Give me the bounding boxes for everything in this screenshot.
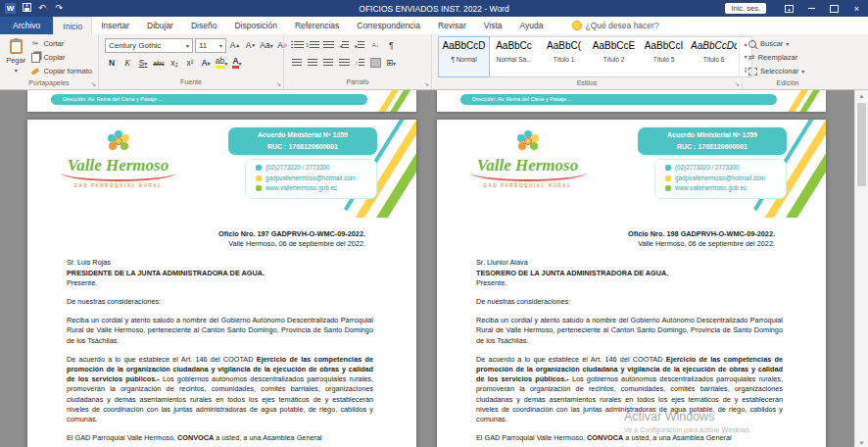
undo-icon[interactable]: ↶▾ [38,4,49,13]
show-marks-button[interactable]: ¶ [384,38,398,52]
tab-referencias[interactable]: Referencias [286,17,348,34]
align-center-button[interactable] [306,56,319,70]
tab-archivo[interactable]: Archivo [0,17,53,34]
paragraph-dialog-launcher-icon[interactable]: ↘ [423,80,429,88]
format-painter-button[interactable]: Copiar formato [30,65,92,77]
clipboard-dialog-launcher-icon[interactable]: ↘ [90,80,96,88]
align-left-button[interactable] [290,56,304,70]
superscript-button[interactable]: x² [183,56,197,70]
editing-group-label: Edición [743,77,833,89]
scissors-icon: ✂ [30,39,40,48]
tab-diseno[interactable]: Diseño [182,17,225,34]
quick-access-toolbar: W ↶▾ ↷ [0,3,63,14]
decrease-indent-button[interactable]: ◂ [337,38,351,52]
increase-indent-button[interactable]: ▸ [353,38,366,52]
tab-disposicion[interactable]: Disposición [225,17,285,34]
paste-button[interactable]: Pegar ▾ [6,37,25,77]
bold-button[interactable]: N [105,56,119,70]
recipient-name: Sr. Llunior Alava [476,258,783,268]
ministerial-box: Acuerdo Ministerial Nº 1359 RUC : 176812… [228,127,377,155]
underline-button[interactable]: S▾ [136,56,150,70]
scroll-down-icon[interactable]: ▼ [855,437,868,447]
document-page-2[interactable]: Valle Hermoso GAD PARROQUIAL RURAL Acuer… [437,120,826,447]
italic-button[interactable]: K [121,56,134,70]
multilevel-list-button[interactable] [321,38,335,52]
paste-icon [10,39,23,54]
ribbon-display-options-icon[interactable]: ▴ [778,0,800,17]
letterhead: Valle Hermoso GAD PARROQUIAL RURAL Acuer… [437,120,826,218]
letter-body: Oficio Nro. 197 GADPRVH-O-WMC-09-2022. V… [27,218,416,443]
sort-button[interactable]: A↓ [368,38,382,52]
activation-watermark: Activar Windows Ve a Configuración para … [624,410,751,433]
group-editing: Buscar▾ ⇄Reemplazar Seleccionar▾ Edición [743,34,833,89]
document-page-1[interactable]: Valle Hermoso GAD PARROQUIAL RURAL Acuer… [27,120,416,447]
font-color-button[interactable]: A▾ [230,56,244,70]
paragraph-1: Reciba un cordial y atento saludo a nomb… [67,316,373,346]
select-button[interactable]: Seleccionar▾ [748,65,804,77]
bullets-button[interactable] [290,38,304,52]
tab-inicio[interactable]: Inicio [53,17,92,34]
highlight-color-button[interactable]: ab▾ [215,56,228,70]
paragraph-3: El GAD Parroquial Valle Hermoso, CONVOCA… [67,433,373,443]
style-card-heading5[interactable]: AaBbCcI Título 5 [639,37,689,76]
font-family-combo[interactable]: Century Gothic▾ [105,38,193,53]
tell-me-box[interactable]: ¿Qué desea hacer? [572,17,659,34]
shrink-font-button[interactable]: A▼ [244,38,258,52]
word-logo-icon: W [5,3,16,14]
greeting-line: De nuestras consideraciones: [67,297,373,307]
select-icon [748,68,757,75]
subscript-button[interactable]: x₂ [168,56,181,70]
style-card-no-spacing[interactable]: AaBbCc Normal Sa... [489,37,539,76]
envelope-icon [665,175,671,181]
date-line: Valle Hermoso, 06 de septiembre del 2022… [476,239,783,249]
justify-button[interactable] [337,56,351,70]
vertical-scrollbar[interactable]: ▲ ▼ [854,90,868,447]
grow-font-button[interactable]: A▲ [228,38,242,52]
copy-button[interactable]: Copiar [30,51,92,64]
style-card-heading6[interactable]: AaBbCcDc Título 6 [689,37,739,76]
font-dialog-launcher-icon[interactable]: ↘ [275,80,281,88]
styles-dialog-launcher-icon[interactable]: ↘ [734,80,740,88]
scroll-up-icon[interactable]: ▲ [855,90,868,101]
redo-icon[interactable]: ↷ [56,4,64,13]
tab-dibujar[interactable]: Dibujar [138,17,182,34]
tab-vista[interactable]: Vista [475,17,511,34]
valle-hermoso-logo: Valle Hermoso GAD PARROQUIAL RURAL [447,129,608,188]
font-group-label: Fuente [99,76,283,89]
tab-revisar[interactable]: Revisar [429,17,475,34]
maximize-button[interactable] [823,0,845,17]
oficio-number-line: Oficio Nro. 198 GADPRVH-O-WMC-09-2022. [476,229,783,239]
cut-button[interactable]: ✂Cortar [30,37,92,50]
save-icon[interactable] [23,3,31,14]
greeting-line: De nuestras consideraciones: [476,297,783,307]
scrollbar-thumb[interactable] [857,103,866,186]
change-case-button[interactable]: Aa▾ [260,38,273,52]
strikethrough-button[interactable]: abc [152,56,166,70]
tab-insertar[interactable]: Insertar [92,17,138,34]
replace-button[interactable]: ⇄Reemplazar [748,51,804,64]
present-line: Presente. [476,278,783,288]
text-effects-button[interactable]: A▾ [199,56,213,70]
borders-button[interactable]: ⊞▾ [384,56,398,70]
tab-ayuda[interactable]: Ayuda [511,17,553,34]
tab-correspondencia[interactable]: Correspondencia [348,17,429,34]
page-footer-bar: Dirección: Av. Reina del Cisne y Pasaje … [51,94,367,105]
style-card-normal[interactable]: AaBbCcD ¶ Normal [439,37,489,76]
align-right-button[interactable] [321,56,335,70]
shading-button[interactable] [368,56,382,70]
minimize-button[interactable] [800,0,823,17]
replace-icon: ⇄ [748,53,755,62]
style-card-heading2[interactable]: AaBbCcE Título 2 [589,37,639,76]
close-button[interactable]: × [845,0,868,17]
group-paragraph: 1 ◂ ▸ A↓ ¶ ↕ ⊞▾ [284,34,432,89]
website-line: www.vallehermoso.gob.ec [256,183,376,194]
style-card-heading1[interactable]: AaBbC( Título 1 [539,37,589,76]
font-size-combo[interactable]: 11▾ [195,38,226,53]
styles-gallery: AaBbCcD ¶ Normal AaBbCc Normal Sa... AaB… [438,36,752,77]
app-window: W ↶▾ ↷ OFICIOS ENVIADOS INST. 2022 - Wor… [0,0,868,447]
line-spacing-button[interactable]: ↕ [353,56,366,70]
sign-in-button[interactable]: Inic. ses. [725,3,766,14]
find-button[interactable]: Buscar▾ [748,37,804,50]
numbering-button[interactable]: 1 [306,38,319,52]
copy-icon [30,53,40,63]
